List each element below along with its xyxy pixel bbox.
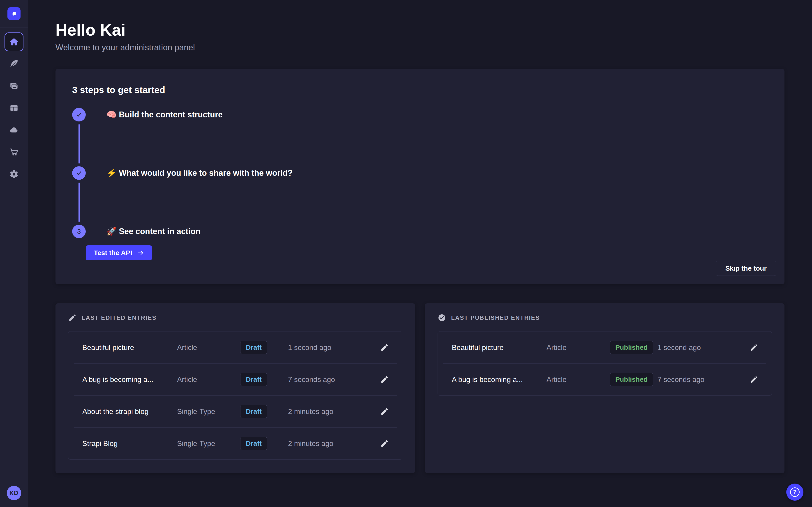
sidebar-item-settings[interactable] [9, 169, 19, 179]
guided-tour-steps: 🧠 Build the content structure ⚡ What wou… [72, 108, 768, 260]
tour-step-3[interactable]: 3 🚀 See content in action Test the API [72, 225, 768, 260]
sidebar-nav [0, 27, 28, 179]
sidebar-item-deploy[interactable] [9, 125, 19, 135]
step-done-check-icon [72, 108, 86, 121]
tour-step-1[interactable]: 🧠 Build the content structure [72, 108, 768, 121]
entries-section: LAST EDITED ENTRIES Beautiful picture Ar… [55, 303, 784, 473]
sidebar-item-home[interactable] [4, 33, 23, 51]
step-done-check-icon [72, 166, 86, 180]
status-badge: Draft [240, 437, 267, 450]
table-row: Beautiful picture Article Draft 1 second… [68, 332, 402, 363]
sidebar-item-media-library[interactable] [9, 81, 19, 91]
entry-timestamp: 1 second ago [658, 343, 737, 352]
layout-icon [9, 103, 19, 113]
skip-tour-button[interactable]: Skip the tour [716, 261, 776, 276]
edit-entry-button[interactable] [750, 343, 758, 352]
entry-title: A bug is becoming a... [452, 376, 547, 384]
pictures-icon [9, 81, 19, 91]
step-number-badge: 3 [72, 225, 86, 238]
sidebar-item-content-type-builder[interactable] [9, 103, 19, 113]
last-published-table: Beautiful picture Article Published 1 se… [438, 331, 772, 396]
status-badge: Draft [240, 405, 267, 418]
last-published-card: LAST PUBLISHED ENTRIES Beautiful picture… [425, 303, 784, 473]
entry-type: Article [177, 376, 240, 384]
entry-title: Strapi Blog [82, 439, 177, 448]
strapi-logo-icon[interactable] [7, 7, 20, 20]
entry-timestamp: 7 seconds ago [288, 376, 367, 384]
table-row: A bug is becoming a... Article Published… [438, 363, 772, 395]
last-edited-card: LAST EDITED ENTRIES Beautiful picture Ar… [55, 303, 415, 473]
entry-type: Article [547, 343, 610, 352]
edit-entry-button[interactable] [380, 375, 389, 384]
entry-title: A bug is becoming a... [82, 376, 177, 384]
sidebar-item-content-manager[interactable] [9, 59, 19, 69]
table-row: A bug is becoming a... Article Draft 7 s… [68, 363, 402, 395]
entry-timestamp: 2 minutes ago [288, 439, 367, 448]
last-edited-title: LAST EDITED ENTRIES [82, 314, 157, 321]
guided-tour-card: 3 steps to get started 🧠 Build the conte… [55, 69, 784, 284]
main-content: Hello Kai Welcome to your administration… [28, 0, 812, 507]
help-button[interactable]: ? [786, 484, 803, 501]
sidebar-footer: KD [0, 480, 28, 507]
edit-entry-button[interactable] [750, 375, 758, 384]
entry-title: Beautiful picture [82, 343, 177, 352]
entry-title: Beautiful picture [452, 343, 547, 352]
edit-entry-button[interactable] [380, 343, 389, 352]
tour-step-2[interactable]: ⚡ What would you like to share with the … [72, 166, 768, 180]
pencil-icon [68, 314, 77, 322]
page-title: Hello Kai [55, 21, 784, 39]
check-circle-icon [438, 314, 446, 322]
step-connector [79, 124, 80, 164]
status-badge: Published [610, 373, 653, 386]
table-row: Beautiful picture Article Published 1 se… [438, 332, 772, 363]
pencil-icon [380, 439, 389, 448]
entry-title: About the strapi blog [82, 407, 177, 416]
guided-tour-title: 3 steps to get started [72, 85, 768, 95]
last-published-header: LAST PUBLISHED ENTRIES [438, 313, 772, 322]
feather-icon [9, 59, 19, 68]
gear-icon [9, 169, 19, 179]
status-badge: Draft [240, 373, 267, 386]
status-badge: Draft [240, 341, 267, 354]
entry-timestamp: 1 second ago [288, 343, 367, 352]
sidebar-item-marketplace[interactable] [9, 147, 19, 157]
last-published-title: LAST PUBLISHED ENTRIES [451, 314, 540, 321]
entry-timestamp: 2 minutes ago [288, 407, 367, 416]
pencil-icon [750, 343, 758, 352]
pencil-icon [750, 375, 758, 384]
entry-timestamp: 7 seconds ago [658, 376, 737, 384]
step-label: ⚡ What would you like to share with the … [106, 166, 293, 180]
cart-icon [9, 147, 19, 157]
question-mark-icon: ? [790, 488, 800, 497]
pencil-icon [380, 343, 389, 352]
step-label: 🧠 Build the content structure [106, 108, 222, 121]
table-row: About the strapi blog Single-Type Draft … [68, 395, 402, 428]
edit-entry-button[interactable] [380, 407, 389, 416]
status-badge: Published [610, 341, 653, 354]
edit-entry-button[interactable] [380, 439, 389, 448]
step-label: 🚀 See content in action [106, 225, 201, 238]
step-connector [79, 182, 80, 222]
entry-type: Single-Type [177, 407, 240, 416]
user-avatar[interactable]: KD [7, 486, 21, 500]
pencil-icon [380, 375, 389, 384]
home-icon [9, 37, 19, 47]
logo-box [0, 0, 28, 27]
page-subtitle: Welcome to your administration panel [55, 43, 784, 52]
last-edited-header: LAST EDITED ENTRIES [68, 313, 402, 322]
entry-type: Single-Type [177, 439, 240, 448]
step-body: 🚀 See content in action Test the API [86, 225, 201, 260]
arrow-right-icon [137, 249, 144, 256]
table-row: Strapi Blog Single-Type Draft 2 minutes … [68, 428, 402, 459]
cloud-icon [9, 125, 19, 135]
sidebar: KD [0, 0, 28, 507]
entry-type: Article [177, 343, 240, 352]
entry-type: Article [547, 376, 610, 384]
pencil-icon [380, 407, 389, 416]
last-edited-table: Beautiful picture Article Draft 1 second… [68, 331, 402, 460]
test-api-button[interactable]: Test the API [86, 245, 152, 260]
